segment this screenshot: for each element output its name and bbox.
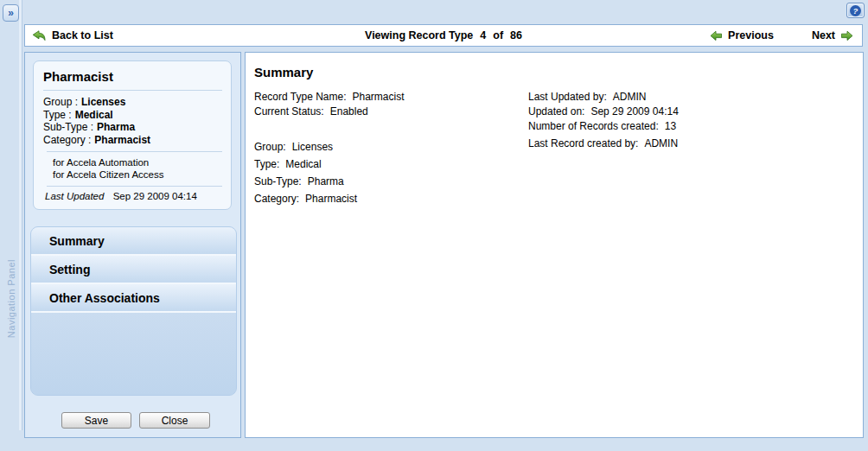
- help-button[interactable]: ?: [846, 3, 865, 18]
- for-accela-citizen-access-line: for Accela Citizen Access: [43, 168, 222, 181]
- column-spacer: [254, 120, 405, 141]
- field-value: Pharmacist: [353, 91, 405, 103]
- record-summary-card: Pharmacist Group :Licenses Type :Medical…: [33, 60, 232, 210]
- field-label: Last Updated by:: [528, 91, 607, 103]
- field-label: Record Type Name:: [254, 91, 347, 103]
- navigation-panel-label-wrap: Navigation Panel: [0, 221, 22, 377]
- field-record-type-name: Record Type Name:Pharmacist: [254, 91, 405, 105]
- sidebar-item-setting[interactable]: Setting: [31, 256, 236, 284]
- field-label: Last Record created by:: [528, 137, 638, 149]
- back-to-list-link[interactable]: Back to List: [32, 29, 113, 41]
- field-value: Medical: [285, 158, 321, 170]
- summary-title: Summary: [254, 65, 313, 79]
- close-button[interactable]: Close: [139, 412, 210, 429]
- card-field-category: Category :Pharmacist: [43, 134, 222, 147]
- next-label: Next: [812, 29, 835, 41]
- field-type: Type:Medical: [254, 158, 405, 175]
- navigation-panel-label: Navigation Panel: [6, 259, 16, 338]
- card-divider: [47, 186, 222, 187]
- next-arrow-icon: [840, 30, 853, 41]
- sidebar-panel: Pharmacist Group :Licenses Type :Medical…: [24, 52, 241, 438]
- field-label: Group:: [254, 141, 286, 153]
- card-field-type: Type :Medical: [43, 109, 222, 122]
- back-to-list-label: Back to List: [52, 29, 113, 41]
- card-field-value: Pharmacist: [94, 134, 150, 146]
- previous-link[interactable]: Previous: [710, 29, 774, 41]
- field-value: ADMIN: [613, 91, 647, 103]
- card-divider: [43, 90, 222, 91]
- chevron-right-double-icon: »: [8, 7, 14, 19]
- next-link[interactable]: Next: [812, 29, 853, 41]
- sidebar-menu: Summary Setting Other Associations: [30, 226, 237, 396]
- field-label: Number of Records created:: [528, 120, 659, 132]
- sidebar-item-other-associations[interactable]: Other Associations: [31, 284, 236, 313]
- field-value: ADMIN: [644, 137, 678, 149]
- help-icon: ?: [850, 5, 861, 16]
- card-field-label: Sub-Type :: [43, 121, 93, 133]
- field-last-updated-by: Last Updated by:ADMIN: [528, 91, 679, 105]
- card-divider: [47, 151, 222, 152]
- previous-label: Previous: [728, 29, 774, 41]
- previous-arrow-icon: [710, 30, 723, 41]
- field-label: Updated on:: [528, 105, 584, 118]
- for-accela-automation-line: for Accela Automation: [43, 156, 222, 168]
- field-category: Category:Pharmacist: [254, 193, 405, 210]
- card-field-group: Group :Licenses: [43, 96, 222, 109]
- field-label: Sub-Type:: [254, 175, 302, 187]
- last-updated-value: Sep 29 2009 04:14: [113, 191, 197, 201]
- field-value: Sep 29 2009 04:14: [590, 105, 678, 118]
- field-value: 13: [665, 120, 676, 132]
- toolbar-right: Previous Next: [710, 29, 855, 41]
- toolbar: Back to List Viewing Record Type4of86 Pr…: [24, 24, 863, 47]
- card-field-value: Medical: [75, 109, 113, 121]
- back-arrow-icon: [32, 30, 47, 41]
- last-updated-label: Last Updated: [45, 191, 104, 201]
- field-label: Type:: [254, 158, 279, 170]
- field-current-status: Current Status:Enabled: [254, 105, 405, 120]
- field-label: Current Status:: [254, 105, 324, 118]
- summary-panel: Summary Record Type Name:Pharmacist Curr…: [245, 52, 864, 438]
- field-group: Group:Licenses: [254, 141, 405, 158]
- card-field-label: Category :: [43, 134, 91, 146]
- navigation-panel-strip: » Navigation Panel: [0, 0, 22, 430]
- card-field-label: Group :: [43, 96, 78, 108]
- sidebar-menu-filler: [31, 313, 236, 395]
- viewing-current-index: 4: [480, 29, 486, 41]
- viewing-total-count: 86: [510, 29, 522, 41]
- record-card-title: Pharmacist: [43, 69, 222, 84]
- card-field-value: Pharma: [97, 121, 135, 133]
- field-value: Pharmacist: [305, 193, 357, 205]
- viewing-of-label: of: [493, 29, 503, 41]
- last-updated-line: Last Updated Sep 29 2009 04:14: [43, 191, 222, 201]
- field-number-of-records-created: Number of Records created:13: [528, 120, 679, 137]
- save-button[interactable]: Save: [61, 412, 131, 429]
- field-label: Category:: [254, 193, 299, 205]
- card-field-value: Licenses: [81, 96, 125, 108]
- expand-nav-button[interactable]: »: [3, 4, 19, 22]
- card-field-label: Type :: [43, 109, 72, 121]
- summary-left-column: Record Type Name:Pharmacist Current Stat…: [254, 91, 405, 210]
- field-updated-on: Updated on:Sep 29 2009 04:14: [528, 105, 679, 120]
- field-value: Enabled: [330, 105, 368, 118]
- sidebar-item-summary[interactable]: Summary: [31, 227, 236, 256]
- field-value: Pharma: [308, 175, 344, 187]
- record-type-viewer-page: { "colors": { "page-bg": "#d2e1f1", "pan…: [0, 0, 868, 451]
- field-value: Licenses: [292, 141, 333, 153]
- card-field-subtype: Sub-Type :Pharma: [43, 121, 222, 134]
- field-sub-type: Sub-Type:Pharma: [254, 175, 405, 193]
- viewing-label: Viewing Record Type: [365, 29, 473, 41]
- summary-right-column: Last Updated by:ADMIN Updated on:Sep 29 …: [528, 91, 679, 155]
- field-last-record-created-by: Last Record created by:ADMIN: [528, 137, 679, 155]
